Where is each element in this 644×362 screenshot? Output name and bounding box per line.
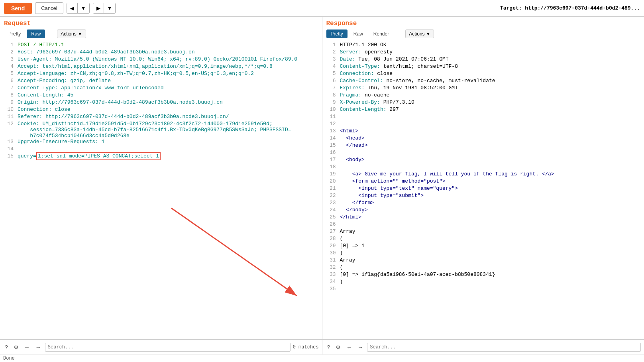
response-prev-button[interactable]: ←: [345, 343, 353, 351]
nav-fwd-dropdown-button[interactable]: ▼: [104, 3, 116, 13]
line-number: 12: [2, 121, 14, 139]
line-number: 21: [325, 185, 336, 193]
line-content: Array: [340, 228, 642, 236]
line-number: 13: [2, 139, 14, 146]
request-prev-button[interactable]: ←: [23, 343, 31, 351]
table-row: 13Upgrade-Insecure-Requests: 1: [0, 139, 322, 146]
tab-request-raw[interactable]: Raw: [27, 30, 45, 38]
line-number: 6: [325, 78, 336, 85]
line-number: 3: [2, 56, 14, 63]
response-panel: Response Pretty Raw Render Actions ▼ 1HT…: [322, 17, 644, 354]
line-content: (: [340, 264, 642, 272]
line-number: 15: [325, 142, 336, 150]
line-number: 34: [325, 279, 336, 286]
response-help-button[interactable]: ?: [326, 343, 332, 351]
table-row: 22 <input type="submit">: [322, 193, 644, 200]
line-content: [340, 164, 642, 171]
response-content[interactable]: 1HTTP/1.1 200 OK2Server: openresty3Date:…: [322, 40, 644, 339]
table-row: 26: [322, 221, 644, 228]
tab-response-newline[interactable]: [395, 32, 404, 35]
table-row: 16: [322, 150, 644, 157]
line-content: <body>: [340, 157, 642, 164]
tab-request-pretty[interactable]: Pretty: [4, 30, 25, 38]
line-number: 8: [325, 92, 336, 99]
line-number: 29: [325, 243, 336, 250]
line-number: 11: [325, 114, 336, 121]
line-number: 1: [325, 42, 336, 49]
tab-response-pretty[interactable]: Pretty: [326, 30, 348, 38]
tab-response-render[interactable]: Render: [369, 30, 393, 38]
line-content: Array: [340, 257, 642, 264]
line-number: 26: [325, 221, 336, 228]
table-row: 14 <head>: [322, 135, 644, 142]
request-header: Request Pretty Raw Actions ▼: [0, 17, 322, 40]
line-number: 13: [325, 128, 336, 135]
line-content: Expires: Thu, 19 Nov 1981 08:52:00 GMT: [340, 85, 642, 92]
line-number: 5: [2, 71, 14, 78]
request-actions-button[interactable]: Actions ▼: [57, 30, 86, 38]
line-number: 1: [2, 42, 14, 49]
cancel-button[interactable]: Cancel: [35, 2, 63, 14]
table-row: 3User-Agent: Mozilla/5.0 (Windows NT 10.…: [0, 56, 322, 63]
table-row: 17 <body>: [322, 157, 644, 164]
nav-back-group: ◀ ▼: [67, 3, 90, 14]
line-content: query=1;set sql_mode=PIPES_AS_CONCAT;sel…: [18, 153, 320, 160]
line-content: [340, 114, 642, 121]
request-settings-button[interactable]: ⚙: [12, 343, 20, 351]
line-content: ): [340, 250, 642, 257]
tab-response-raw[interactable]: Raw: [349, 30, 367, 38]
request-next-button[interactable]: →: [34, 343, 43, 351]
target-text: Target: http://7963c697-037d-444d-b0d2-4…: [500, 5, 640, 11]
table-row: 30): [322, 250, 644, 257]
line-content: Upgrade-Insecure-Requests: 1: [18, 139, 320, 146]
line-content: Accept: text/html,application/xhtml+xml,…: [18, 63, 320, 71]
response-bottom-bar: ? ⚙ ← →: [322, 339, 644, 354]
line-content: Date: Tue, 08 Jun 2021 07:06:21 GMT: [340, 56, 642, 63]
line-number: 19: [325, 171, 336, 178]
request-help-button[interactable]: ?: [3, 343, 10, 351]
table-row: 1HTTP/1.1 200 OK: [322, 42, 644, 49]
request-title: Request: [4, 20, 318, 27]
line-number: 35: [325, 286, 336, 293]
line-number: 6: [2, 78, 14, 85]
table-row: 10Connection: close: [0, 106, 322, 114]
response-settings-button[interactable]: ⚙: [334, 343, 342, 351]
table-row: 24 </body>: [322, 207, 644, 214]
response-next-button[interactable]: →: [356, 343, 365, 351]
table-row: 34): [322, 279, 644, 286]
table-row: 10Content-Length: 297: [322, 106, 644, 114]
nav-back-dropdown-button[interactable]: ▼: [78, 3, 89, 13]
table-row: 32(: [322, 264, 644, 272]
nav-back-button[interactable]: ◀: [67, 3, 78, 13]
table-row: 23 </form>: [322, 200, 644, 207]
line-number: 7: [325, 85, 336, 92]
line-content: X-Powered-By: PHP/7.3.10: [340, 99, 642, 106]
table-row: 35: [322, 286, 644, 293]
line-number: 28: [325, 236, 336, 243]
line-content: [340, 150, 642, 157]
line-number: 23: [325, 200, 336, 207]
line-number: 9: [2, 99, 14, 106]
table-row: 33[0] => 1flag{da5a1986-50e1-4a07-aced-b…: [322, 272, 644, 279]
request-search-input[interactable]: [45, 343, 291, 352]
line-content: Connection: close: [18, 106, 320, 114]
matches-text: 0 matches: [293, 344, 319, 350]
line-content: ): [340, 279, 642, 286]
table-row: 28(: [322, 236, 644, 243]
send-button[interactable]: Send: [4, 3, 32, 14]
nav-fwd-button[interactable]: ▶: [93, 3, 104, 13]
tab-request-newline[interactable]: [47, 32, 55, 35]
line-content: </html>: [340, 214, 642, 221]
line-content: Referer: http://7963c697-037d-444d-b0d2-…: [18, 114, 320, 121]
response-title: Response: [326, 20, 640, 27]
response-search-input[interactable]: [367, 343, 641, 352]
line-number: 32: [325, 264, 336, 272]
request-content[interactable]: 1POST / HTTP/1.12Host: 7963c697-037d-444…: [0, 40, 322, 339]
line-content: [340, 286, 642, 293]
line-number: 2: [2, 49, 14, 56]
table-row: 4Accept: text/html,application/xhtml+xml…: [0, 63, 322, 71]
table-row: 15query=1;set sql_mode=PIPES_AS_CONCAT;s…: [0, 153, 322, 160]
response-actions-button[interactable]: Actions ▼: [405, 30, 434, 38]
line-content: </form>: [340, 200, 642, 207]
line-content: Origin: http://7963c697-037d-444d-b0d2-4…: [18, 99, 320, 106]
